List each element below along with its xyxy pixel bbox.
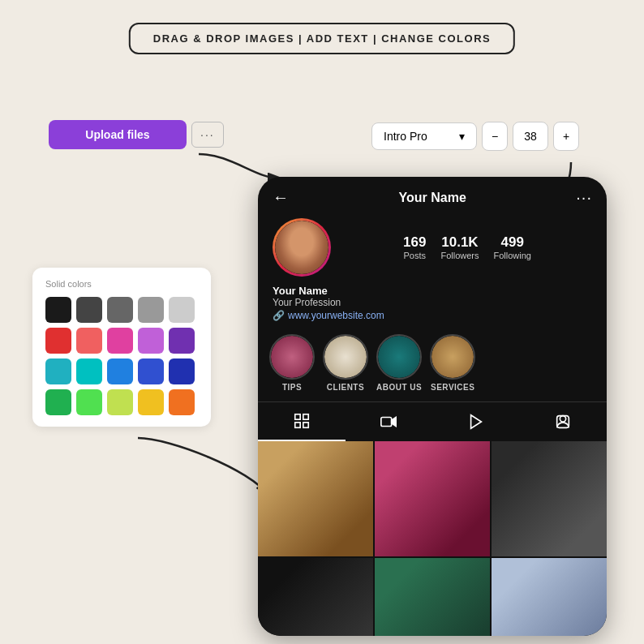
link-icon: 🔗	[273, 310, 285, 321]
color-palette: Solid colors	[32, 268, 211, 427]
story-label: CLIENTS	[327, 383, 364, 392]
stat-label: Following	[493, 251, 530, 260]
svg-rect-4	[381, 418, 392, 427]
avatar-image	[275, 221, 328, 274]
chevron-down-icon: ▾	[459, 130, 465, 143]
ig-header: ← Your Name ···	[258, 177, 607, 212]
bio-link-text: www.yourwebsite.com	[288, 310, 384, 321]
color-swatch[interactable]	[45, 389, 71, 415]
color-swatch[interactable]	[107, 358, 133, 384]
stat-number: 10.1K	[440, 234, 479, 251]
svg-rect-3	[303, 423, 308, 427]
color-grid	[45, 297, 198, 415]
story-label: SERVICES	[431, 383, 474, 392]
upload-button[interactable]: Upload files	[49, 120, 187, 149]
svg-point-7	[560, 416, 566, 422]
color-swatch[interactable]	[76, 297, 102, 323]
ig-profile-section: 169 Posts10.1K Followers499 Following	[258, 212, 607, 281]
color-swatch[interactable]	[138, 389, 164, 415]
color-swatch[interactable]	[107, 328, 133, 354]
ig-story-item[interactable]: SERVICES	[430, 334, 475, 392]
story-label: ABOUT US	[376, 383, 422, 392]
color-swatch[interactable]	[45, 358, 71, 384]
ig-stat: 499 Following	[493, 234, 530, 260]
grid-photo[interactable]	[258, 558, 373, 636]
ig-stories: TIPS CLIENTS ABOUT US SERVICES	[258, 326, 607, 397]
ig-story-item[interactable]: TIPS	[269, 334, 315, 392]
svg-rect-1	[303, 414, 308, 419]
ig-username: Your Name	[399, 191, 466, 205]
bio-profession: Your Profession	[273, 297, 592, 308]
grid-photo[interactable]	[492, 558, 607, 636]
stat-label: Followers	[440, 251, 479, 260]
svg-marker-6	[470, 415, 481, 429]
font-size-decrease-button[interactable]: −	[482, 122, 508, 151]
story-circle	[269, 334, 315, 380]
color-swatch[interactable]	[107, 389, 133, 415]
tab-tagged[interactable]	[520, 402, 608, 441]
grid-photo[interactable]	[375, 441, 490, 556]
svg-rect-0	[295, 414, 300, 419]
story-circle	[376, 334, 422, 380]
story-circle	[430, 334, 475, 380]
font-size-increase-button[interactable]: +	[553, 122, 579, 151]
tab-grid[interactable]	[258, 402, 346, 441]
color-swatch[interactable]	[107, 297, 133, 323]
color-swatch[interactable]	[76, 358, 102, 384]
color-swatch[interactable]	[138, 297, 164, 323]
font-selector: Intro Pro ▾ − 38 +	[371, 122, 579, 151]
svg-marker-5	[392, 418, 397, 427]
stat-number: 499	[493, 234, 530, 251]
ig-photo-grid	[258, 441, 607, 636]
top-banner: DRAG & DROP IMAGES | ADD TEXT | CHANGE C…	[129, 23, 515, 54]
ig-stat: 10.1K Followers	[440, 234, 479, 260]
stat-label: Posts	[403, 251, 426, 260]
ig-story-item[interactable]: CLIENTS	[323, 334, 368, 392]
story-circle	[323, 334, 368, 380]
color-swatch[interactable]	[138, 358, 164, 384]
tab-reels[interactable]	[432, 402, 520, 441]
avatar	[273, 218, 331, 277]
grid-photo[interactable]	[258, 441, 373, 556]
color-swatch[interactable]	[45, 328, 71, 354]
ig-stat: 169 Posts	[403, 234, 426, 260]
ig-story-item[interactable]: ABOUT US	[376, 334, 422, 392]
font-dropdown[interactable]: Intro Pro ▾	[371, 122, 477, 150]
svg-rect-2	[295, 423, 300, 427]
ig-bio: Your Name Your Profession 🔗 www.yourwebs…	[258, 281, 607, 326]
color-swatch[interactable]	[169, 358, 195, 384]
story-image	[324, 336, 367, 378]
tab-video[interactable]	[346, 402, 433, 441]
ig-stats: 169 Posts10.1K Followers499 Following	[342, 234, 592, 260]
color-swatch[interactable]	[169, 297, 195, 323]
ig-menu-icon[interactable]: ···	[576, 188, 592, 207]
palette-label: Solid colors	[45, 279, 198, 289]
bio-name: Your Name	[273, 285, 592, 297]
color-swatch[interactable]	[45, 297, 71, 323]
grid-photo[interactable]	[375, 558, 490, 636]
font-name: Intro Pro	[384, 130, 427, 143]
color-swatch[interactable]	[138, 328, 164, 354]
color-swatch[interactable]	[76, 328, 102, 354]
story-image	[378, 336, 420, 378]
story-image	[271, 336, 313, 378]
ig-tabs	[258, 401, 607, 441]
color-swatch[interactable]	[169, 328, 195, 354]
grid-photo[interactable]	[492, 441, 607, 556]
banner-text: DRAG & DROP IMAGES | ADD TEXT | CHANGE C…	[153, 32, 491, 45]
stat-number: 169	[403, 234, 426, 251]
back-arrow-icon[interactable]: ←	[273, 188, 289, 207]
story-image	[431, 336, 474, 378]
bio-link[interactable]: 🔗 www.yourwebsite.com	[273, 310, 592, 321]
phone-mockup: ← Your Name ··· 169 Posts10.1K Followers…	[258, 177, 607, 636]
story-label: TIPS	[282, 383, 302, 392]
color-swatch[interactable]	[76, 389, 102, 415]
font-size-value: 38	[513, 122, 548, 151]
color-swatch[interactable]	[169, 389, 195, 415]
